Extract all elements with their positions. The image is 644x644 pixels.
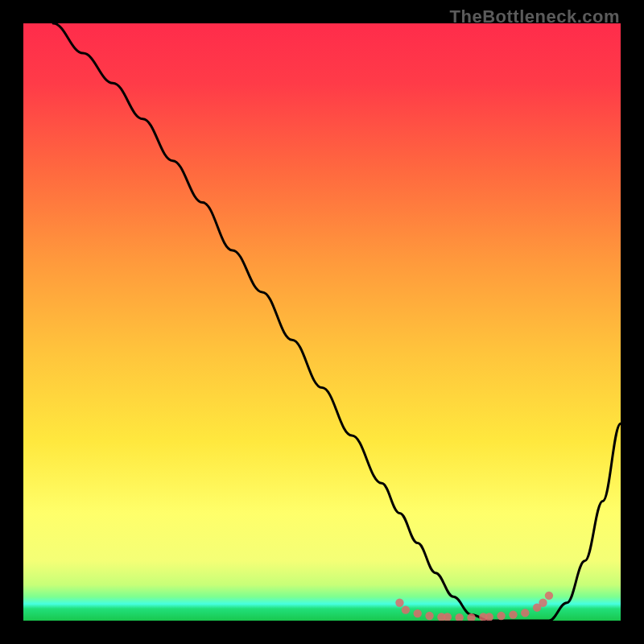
scatter-point <box>509 610 517 618</box>
scatter-point <box>521 609 529 617</box>
scatter-point <box>425 612 433 620</box>
scatter-point <box>539 599 547 607</box>
chart-plot-area <box>23 23 621 621</box>
scatter-point <box>395 599 403 607</box>
chart-svg <box>23 23 621 621</box>
scatter-point <box>402 605 410 613</box>
scatter-point <box>414 609 422 617</box>
scatter-point <box>497 612 505 620</box>
gradient-background <box>23 23 621 621</box>
chart-frame: TheBottleneck.com <box>0 0 644 644</box>
scatter-point <box>545 592 553 600</box>
